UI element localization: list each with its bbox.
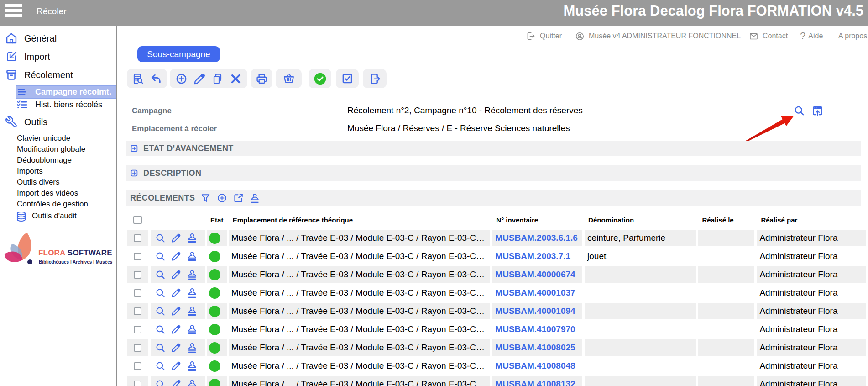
svg-text:Bibliothèques | Archives | Mus: Bibliothèques | Archives | Musées	[39, 259, 113, 264]
svg-text:FLORA SOFTWARE: FLORA SOFTWARE	[38, 249, 112, 257]
